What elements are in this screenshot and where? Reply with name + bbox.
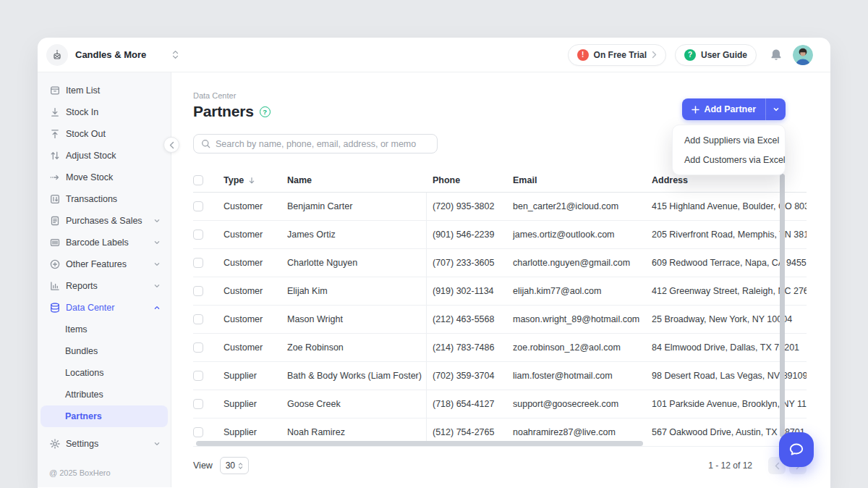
menu-item-add-suppliers[interactable]: Add Suppliers via Excel [673, 130, 785, 150]
column-header-phone[interactable]: Phone [426, 169, 513, 192]
menu-item-add-customers[interactable]: Add Customers via Excel [673, 150, 785, 169]
trial-alert-icon: ! [577, 49, 589, 61]
add-partner-menu: Add Suppliers via Excel Add Customers vi… [672, 125, 786, 175]
chevron-down-icon [153, 440, 161, 447]
cell-email: james.ortiz@outlook.com [513, 221, 652, 248]
bar-chart-icon [49, 280, 61, 292]
column-header-email[interactable]: Email [513, 169, 652, 192]
topbar: Candles & More ! On Free Trial ? User Gu… [38, 38, 830, 72]
partners-table: Type Name Phone Email Address Customer B… [193, 169, 807, 447]
sidebar-item-label: Stock Out [66, 129, 106, 139]
cell-type: Customer [224, 193, 287, 220]
cell-phone: (720) 935-3802 [426, 193, 513, 220]
horizontal-scrollbar[interactable] [196, 441, 643, 446]
cell-email: charlotte.nguyen@gmail.com [513, 249, 652, 277]
cell-type: Customer [224, 221, 287, 248]
table-row[interactable]: Customer James Ortiz (901) 546-2239 jame… [193, 221, 807, 249]
cell-email: support@goosecreek.com [513, 390, 652, 418]
cell-email: liam.foster@hotmail.com [513, 362, 652, 390]
view-label: View [193, 460, 213, 471]
sidebar-item-label: Adjust Stock [66, 151, 116, 161]
page-title: Partners [193, 103, 254, 120]
sidebar-item-barcode-labels[interactable]: Barcode Labels [38, 232, 171, 253]
plus-icon [692, 106, 699, 114]
sidebar-collapse-button[interactable] [163, 137, 179, 153]
sidebar-item-other-features[interactable]: Other Features [38, 253, 171, 275]
sidebar-subitem-partners[interactable]: Partners [41, 405, 168, 427]
add-partner-dropdown-button[interactable] [765, 98, 786, 120]
select-all-checkbox[interactable] [193, 175, 203, 185]
sidebar-subitem-bundles[interactable]: Bundles [41, 340, 168, 362]
sidebar-item-item-list[interactable]: Item List [38, 80, 171, 101]
barcode-icon [49, 237, 61, 248]
workspace-switcher-icon[interactable] [172, 50, 179, 59]
workspace-logo[interactable] [46, 44, 68, 66]
free-trial-pill[interactable]: ! On Free Trial [568, 44, 666, 66]
table-row[interactable]: Customer Benjamin Carter (720) 935-3802 … [193, 193, 807, 221]
column-header-type[interactable]: Type [224, 169, 287, 192]
row-checkbox[interactable] [193, 427, 203, 437]
main-content: Data Center Partners ? Add Partner Add S… [171, 72, 830, 487]
cell-name: Goose Creek [287, 390, 426, 418]
sidebar-subitem-locations[interactable]: Locations [41, 362, 168, 384]
row-checkbox[interactable] [193, 258, 203, 268]
table-row[interactable]: Customer Elijah Kim (919) 302-1134 elija… [193, 277, 807, 306]
page-size-select[interactable]: 30 [220, 457, 249, 474]
sidebar-item-move-stock[interactable]: Move Stock [38, 167, 171, 188]
sidebar-subitem-attributes[interactable]: Attributes [41, 384, 168, 405]
row-checkbox[interactable] [193, 201, 203, 211]
candle-icon [51, 49, 64, 62]
sidebar-item-transactions[interactable]: Transactions [38, 188, 171, 210]
row-checkbox[interactable] [193, 230, 203, 240]
sidebar-item-reports[interactable]: Reports [38, 275, 171, 297]
row-checkbox[interactable] [193, 314, 203, 324]
cell-phone: (901) 546-2239 [426, 221, 513, 248]
sort-desc-icon [248, 177, 255, 185]
add-partner-split-button: Add Partner [682, 98, 786, 120]
user-avatar[interactable] [793, 45, 813, 65]
cell-name: James Ortiz [287, 221, 426, 248]
gear-icon [49, 438, 61, 450]
arrow-right-dashed-icon [49, 172, 61, 183]
cell-phone: (919) 302-1134 [426, 277, 513, 305]
row-checkbox[interactable] [193, 286, 203, 296]
cell-phone: (214) 783-7486 [426, 334, 513, 361]
cell-type: Supplier [224, 362, 287, 390]
sidebar-item-label: Item List [66, 85, 100, 96]
chat-support-button[interactable] [779, 432, 814, 467]
row-checkbox[interactable] [193, 371, 203, 381]
cell-email: elijah.kim77@aol.com [513, 277, 652, 305]
vertical-scrollbar[interactable] [780, 174, 785, 437]
help-icon[interactable]: ? [260, 106, 271, 117]
cell-phone: (707) 233-3605 [426, 249, 513, 277]
sidebar-item-label: Data Center [66, 303, 114, 313]
table-row[interactable]: Customer Mason Wright (212) 463-5568 mas… [193, 306, 807, 334]
add-partner-button[interactable]: Add Partner [682, 98, 765, 120]
cell-email: mason.wright_89@hotmail.com [513, 306, 652, 333]
sidebar-item-stock-out[interactable]: Stock Out [38, 123, 171, 145]
search-input[interactable] [216, 139, 430, 149]
sidebar-item-stock-in[interactable]: Stock In [38, 101, 171, 123]
row-checkbox[interactable] [193, 342, 203, 353]
notification-bell-icon[interactable] [770, 49, 783, 62]
table-row[interactable]: Supplier Goose Creek (718) 654-4127 supp… [193, 390, 807, 418]
sidebar-item-adjust-stock[interactable]: Adjust Stock [38, 145, 171, 167]
arrows-up-down-icon [49, 150, 61, 161]
sidebar-item-purchases-sales[interactable]: Purchases & Sales [38, 210, 171, 232]
column-header-name[interactable]: Name [287, 169, 426, 192]
cell-name: Elijah Kim [287, 277, 426, 305]
chevron-down-icon [153, 239, 161, 246]
table-row[interactable]: Supplier Bath & Body Works (Liam Foster)… [193, 362, 807, 390]
sidebar-item-label: Other Features [66, 259, 127, 269]
sidebar-subitem-items[interactable]: Items [41, 319, 168, 340]
workspace-name: Candles & More [75, 49, 146, 60]
chevron-right-icon [652, 51, 657, 59]
cell-name: Benjamin Carter [287, 193, 426, 220]
sidebar-item-settings[interactable]: Settings [38, 433, 171, 455]
table-row[interactable]: Customer Zoe Robinson (214) 783-7486 zoe… [193, 334, 807, 362]
trial-label: On Free Trial [594, 50, 647, 60]
table-row[interactable]: Customer Charlotte Nguyen (707) 233-3605… [193, 249, 807, 277]
row-checkbox[interactable] [193, 399, 203, 409]
sidebar-item-data-center[interactable]: Data Center [38, 297, 171, 319]
user-guide-pill[interactable]: ? User Guide [675, 44, 757, 66]
